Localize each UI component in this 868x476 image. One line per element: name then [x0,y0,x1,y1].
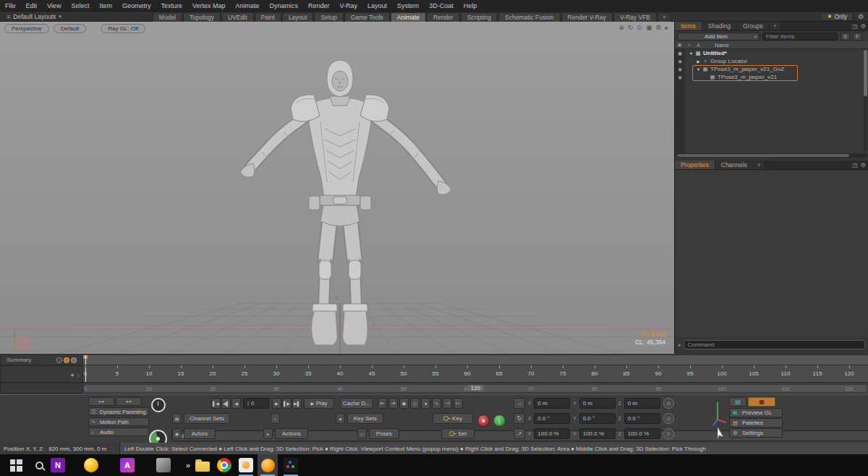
panel-gear-icon[interactable]: ⚙ [861,23,866,30]
filter-items-input[interactable] [762,33,838,41]
unlink-button[interactable]: ⊷ [116,397,142,406]
menu-render[interactable]: Render [303,0,335,12]
motion-path-button[interactable]: ∿Motion Path [88,417,149,426]
key-sets-icon[interactable]: ◈ [336,413,345,424]
tab-paint[interactable]: Paint [255,12,281,22]
prev-key-jump-icon[interactable]: ⇤ [378,398,387,409]
list-view-toggle-icon[interactable]: ▤ [729,397,746,407]
menu-dynamics[interactable]: Dynamics [265,0,304,12]
tab-setup[interactable]: Setup [314,12,343,22]
tab-layout[interactable]: Layout [282,12,314,22]
scale-tool-icon[interactable]: ↗ [514,428,525,439]
item-row-tpose3-m-jasper-v21[interactable]: ◉▦TPose3_m_jasper_v21 [675,73,868,81]
menu-select[interactable]: Select [66,0,94,12]
menu-view[interactable]: View [42,0,66,12]
key-filled-icon[interactable]: ◆ [71,372,75,377]
menu-animate[interactable]: Animate [230,0,264,12]
menu-help[interactable]: Help [459,0,482,12]
windows-start-button[interactable] [6,454,26,476]
scale-x-field[interactable]: 100.0 % [534,428,570,439]
move-tool-icon[interactable]: ↔ [514,398,525,409]
filter-search-button[interactable]: S [841,33,850,41]
popout-icon[interactable]: ◳ [852,162,858,169]
scale-y-field[interactable]: 100.0 % [579,428,616,439]
add-channel-set-button[interactable]: + [271,413,280,424]
timeline-summary-track[interactable] [83,354,868,365]
key-sets-button[interactable]: Key Sets [347,413,383,424]
viewport-options-gear-icon[interactable]: ⚙ [655,23,661,32]
tab-model[interactable]: Model [153,12,182,22]
actions-button[interactable]: Actions [275,428,308,439]
menu-item[interactable]: Item [94,0,117,12]
item-row-group-locator[interactable]: ◉▶+Group Locator [675,57,868,65]
playhead[interactable] [85,355,86,365]
previous-frame-button[interactable]: ◀ [231,398,241,409]
scrollbar-thumb[interactable] [677,154,849,157]
tab-game-tools[interactable]: Game Tools [344,12,390,22]
only-filter-button[interactable]: ★ Only [820,12,854,21]
viewport-shading-button[interactable]: Default [54,24,86,33]
tab-render-v-ray[interactable]: Render V-Ray [561,12,613,22]
animation-curve-icon[interactable]: ∿ [432,398,441,409]
scale-z-field[interactable]: 100.0 % [624,428,660,439]
onenote-app-icon[interactable]: N [48,454,68,476]
rotate-tool-icon[interactable]: ↻ [514,413,525,424]
modo-active-app-icon[interactable] [258,454,278,476]
affinity-app-icon[interactable]: A [117,454,137,476]
position-y-field[interactable]: 0 m [579,398,616,409]
summary-badge-c[interactable]: C [64,357,69,363]
rotation-z-field[interactable]: 0.0 ° [624,413,660,424]
key-button[interactable]: Key [433,413,473,424]
menu-v-ray[interactable]: V-Ray [335,0,363,12]
items-horizontal-scrollbar[interactable] [676,153,867,158]
add-items-tab-button[interactable]: + [770,22,781,30]
time-dial-icon[interactable] [151,398,166,412]
layoutbar-gear-icon[interactable]: ⚙ [854,13,868,20]
actors-icon[interactable]: ◉ [172,428,182,439]
preview-gl-button[interactable]: ⊞Preview GL [729,408,783,417]
visibility-eye-icon[interactable]: ◉ [675,59,685,64]
palettes-button[interactable]: ▤Palettes [729,418,783,428]
add-layout-tab-button[interactable]: + [658,12,671,22]
key-empty-icon[interactable]: ◇ [76,372,80,377]
menu-layout[interactable]: Layout [362,0,392,12]
utility-app-icon[interactable] [281,454,301,476]
visibility-eye-icon[interactable]: ◉ [675,75,685,80]
go-to-first-frame-button[interactable]: ▌◀ [211,398,221,409]
current-frame-spinner[interactable]: ▲▼ 0 [243,398,269,409]
range-out-icon[interactable]: ⊢ [454,398,463,409]
properties-tab-properties[interactable]: Properties [675,161,715,169]
items-vertical-scrollbar[interactable] [864,49,867,152]
menu-geometry[interactable]: Geometry [117,0,156,12]
visibility-eye-icon[interactable]: ◉ [675,67,685,72]
tab-topology[interactable]: Topology [183,12,221,22]
items-tab-groups[interactable]: Groups [737,22,770,30]
tab-schematic-fusion[interactable]: Schematic Fusion [498,12,561,22]
record-icon[interactable]: ● [421,398,430,409]
menu-system[interactable]: System [392,0,424,12]
rotation-y-field[interactable]: 0.0 ° [579,413,616,424]
channel-list-icon[interactable]: ▤ [172,413,182,424]
next-key-button[interactable]: ▌▶ [282,398,292,409]
panel-gear-icon[interactable]: ⚙ [861,162,866,169]
cache-dynamics-button[interactable]: Cache D... [340,398,373,409]
next-frame-button[interactable]: ▶ [272,398,281,409]
viewport-more-icon[interactable]: ▸ [665,23,668,32]
tab-scripting[interactable]: Scripting [461,12,498,22]
command-input[interactable] [684,340,865,349]
expander-icon[interactable]: ▼ [688,51,694,56]
viewport-raygl-button[interactable]: Ray GL: Off [101,24,145,33]
position-z-field[interactable]: 0 m [624,398,660,409]
tab-uvedit[interactable]: UVEdit [221,12,253,22]
viewport-3d[interactable]: -2 [0,22,674,354]
chrome-app-icon[interactable] [214,454,234,476]
properties-tab-channels[interactable]: Channels [715,161,754,169]
windows-search-button[interactable] [29,454,49,476]
item-row-untitled[interactable]: ◉▼▣Untitled* [675,49,868,57]
range-in-icon[interactable]: ⊣ [443,398,452,409]
default-layouts-dropdown[interactable]: ≡ Default Layouts [2,12,66,21]
add-item-dropdown[interactable]: Add Item [677,33,760,41]
poses-icon[interactable]: ◇ [357,428,367,439]
items-tab-items[interactable]: Items [675,22,702,30]
delete-keyframe-icon[interactable]: ◇ [410,398,420,409]
